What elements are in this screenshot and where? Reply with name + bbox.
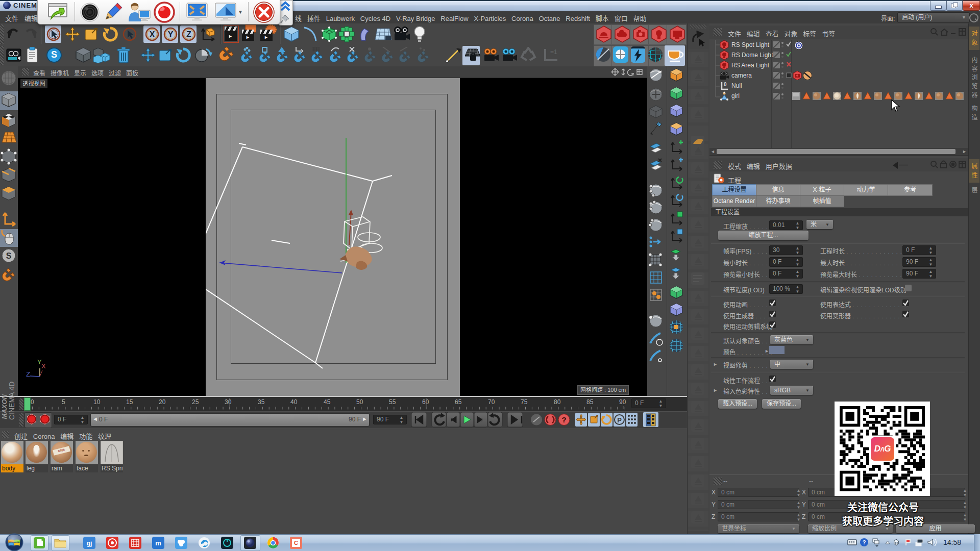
svg-text:5: 5 [62, 398, 65, 406]
svg-text:?: ? [863, 539, 866, 545]
svg-text:55: 55 [389, 398, 396, 406]
svg-text:85: 85 [586, 398, 594, 406]
svg-text:=1: =1 [550, 48, 557, 56]
svg-text:?: ? [561, 415, 566, 424]
svg-text:50: 50 [356, 398, 363, 406]
svg-text:75: 75 [521, 398, 528, 406]
svg-text:10: 10 [93, 398, 101, 406]
svg-text:Z: Z [186, 30, 191, 39]
svg-text:gj: gj [87, 540, 92, 547]
svg-text:40: 40 [290, 398, 298, 406]
svg-text:0: 0 [31, 398, 34, 406]
svg-text:20: 20 [159, 398, 166, 406]
svg-text:70: 70 [488, 398, 495, 406]
svg-text:S: S [6, 252, 12, 260]
svg-text:15: 15 [126, 398, 133, 406]
svg-text:25: 25 [192, 398, 199, 406]
svg-text:C: C [294, 540, 298, 546]
svg-text:80: 80 [554, 398, 561, 406]
svg-text:90: 90 [619, 398, 626, 406]
svg-text:30: 30 [225, 398, 232, 406]
svg-text:Z: Z [26, 370, 30, 378]
svg-text:P: P [617, 416, 622, 424]
svg-text:65: 65 [455, 398, 462, 406]
svg-text:35: 35 [258, 398, 265, 406]
svg-text:0: 0 [724, 82, 727, 87]
svg-text:m: m [155, 539, 161, 547]
svg-text:60: 60 [422, 398, 429, 406]
svg-text:X: X [150, 30, 155, 39]
svg-text:X: X [41, 362, 46, 370]
svg-text:45: 45 [324, 398, 331, 406]
svg-text:Y: Y [168, 30, 174, 39]
